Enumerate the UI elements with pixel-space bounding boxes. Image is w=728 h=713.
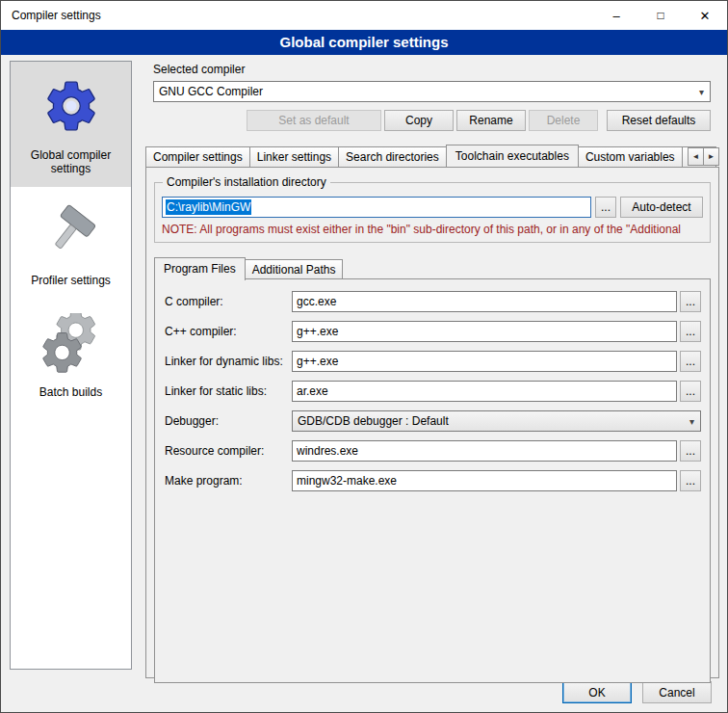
chevron-down-icon: ▾ <box>684 416 700 427</box>
make-program-input[interactable] <box>292 470 677 491</box>
selected-compiler-label: Selected compiler <box>153 63 719 76</box>
window-title: Compiler settings <box>1 9 101 22</box>
form-row-linker-dynamic: Linker for dynamic libs: ... <box>165 351 701 372</box>
c-compiler-label: C compiler: <box>165 295 292 308</box>
maximize-button[interactable]: □ <box>638 1 683 30</box>
tab-scroll-left-button[interactable]: ◄ <box>688 147 704 166</box>
close-button[interactable]: ✕ <box>683 1 727 30</box>
rename-button[interactable]: Rename <box>456 110 526 131</box>
debugger-value: GDB/CDB debugger : Default <box>298 414 449 428</box>
resource-compiler-browse-button[interactable]: ... <box>680 440 701 462</box>
form-row-make-program: Make program: ... <box>165 470 701 491</box>
delete-button[interactable]: Delete <box>529 110 598 131</box>
settings-tabstrip: Compiler settings Linker settings Search… <box>145 145 719 167</box>
hammer-gray-icon <box>14 197 127 266</box>
linker-static-input[interactable] <box>292 381 677 402</box>
tab-scroll-left-icon: ◄ <box>692 152 700 161</box>
minimize-icon: – <box>612 9 619 23</box>
compiler-action-buttons: Set as default Copy Rename Delete Reset … <box>153 110 711 131</box>
minimize-button[interactable]: – <box>594 1 638 30</box>
gear-blue-icon <box>14 71 127 141</box>
sidebar-item-batch-builds[interactable]: Batch builds <box>11 299 131 410</box>
sidebar-item-profiler-settings[interactable]: Profiler settings <box>11 187 131 299</box>
subtab-additional-paths[interactable]: Additional Paths <box>245 259 344 279</box>
cancel-button[interactable]: Cancel <box>642 681 712 703</box>
sidebar-item-label: Profiler settings <box>14 274 127 287</box>
tab-scroll-right-icon: ► <box>708 152 715 161</box>
selected-compiler-value: GNU GCC Compiler <box>159 85 263 98</box>
copy-button[interactable]: Copy <box>384 110 454 131</box>
tab-scroll-right-button[interactable]: ► <box>703 147 719 166</box>
make-program-label: Make program: <box>165 474 292 488</box>
cpp-compiler-label: C++ compiler: <box>165 325 292 338</box>
resource-compiler-input[interactable] <box>292 440 677 462</box>
linker-static-label: Linker for static libs: <box>165 384 292 398</box>
tab-compiler-settings[interactable]: Compiler settings <box>145 146 250 167</box>
installation-directory-browse-button[interactable]: ... <box>595 197 616 218</box>
bin-subdirectory-note: NOTE: All programs must exist either in … <box>162 223 703 236</box>
chevron-down-icon: ▾ <box>693 87 710 97</box>
linker-dynamic-browse-button[interactable]: ... <box>680 351 701 372</box>
maximize-icon: □ <box>657 9 663 22</box>
tabs-scroll-area: Compiler settings Linker settings Search… <box>145 145 719 167</box>
form-row-c-compiler: C compiler: ... <box>165 291 701 312</box>
compiler-settings-window: Compiler settings – □ ✕ Global compiler … <box>0 0 728 713</box>
ok-button[interactable]: OK <box>562 681 632 703</box>
tab-linker-settings[interactable]: Linker settings <box>249 146 339 167</box>
installation-directory-row: C:\raylib\MinGW ... Auto-detect <box>162 197 703 218</box>
resource-compiler-label: Resource compiler: <box>165 444 292 458</box>
installation-directory-group-title: Compiler's installation directory <box>163 175 330 189</box>
debugger-combobox[interactable]: GDB/CDB debugger : Default ▾ <box>292 410 701 432</box>
installation-directory-selected-text: C:\raylib\MinGW <box>166 199 251 215</box>
debugger-label: Debugger: <box>165 414 292 428</box>
installation-directory-input[interactable]: C:\raylib\MinGW <box>162 197 591 218</box>
form-row-resource-compiler: Resource compiler: ... <box>165 440 701 462</box>
linker-dynamic-input[interactable] <box>292 351 677 372</box>
tab-toolchain-executables[interactable]: Toolchain executables <box>446 145 579 167</box>
form-row-cpp-compiler: C++ compiler: ... <box>165 321 701 342</box>
subtab-program-files[interactable]: Program Files <box>154 257 246 280</box>
auto-detect-button[interactable]: Auto-detect <box>620 197 703 218</box>
selected-compiler-combobox[interactable]: GNU GCC Compiler ▾ <box>153 81 711 102</box>
window-controls: – □ ✕ <box>594 1 727 30</box>
settings-category-sidebar: Global compiler settings Profiler settin… <box>10 61 132 670</box>
c-compiler-browse-button[interactable]: ... <box>680 291 701 312</box>
program-files-panel: C compiler: ... C++ compiler: ... Linker… <box>154 278 711 683</box>
sidebar-item-global-compiler-settings[interactable]: Global compiler settings <box>11 62 131 187</box>
c-compiler-input[interactable] <box>292 291 677 312</box>
linker-static-browse-button[interactable]: ... <box>680 381 701 402</box>
titlebar: Compiler settings – □ ✕ <box>1 1 727 30</box>
program-files-tabstrip: Program Files Additional Paths <box>154 257 711 279</box>
set-as-default-button[interactable]: Set as default <box>247 110 381 131</box>
reset-defaults-button[interactable]: Reset defaults <box>607 110 711 131</box>
dialog-content: Global compiler settings Profiler settin… <box>1 55 727 712</box>
form-row-linker-static: Linker for static libs: ... <box>165 381 701 402</box>
make-program-browse-button[interactable]: ... <box>680 470 701 491</box>
form-row-debugger: Debugger: GDB/CDB debugger : Default ▾ <box>165 410 701 432</box>
main-panel: Selected compiler GNU GCC Compiler ▾ Set… <box>142 61 719 678</box>
linker-dynamic-label: Linker for dynamic libs: <box>165 355 292 368</box>
installation-directory-groupbox: Compiler's installation directory C:\ray… <box>154 182 711 243</box>
dialog-header: Global compiler settings <box>1 30 727 55</box>
tab-custom-variables[interactable]: Custom variables <box>578 146 683 167</box>
cpp-compiler-browse-button[interactable]: ... <box>680 321 701 342</box>
cpp-compiler-input[interactable] <box>292 321 677 342</box>
sidebar-item-label: Global compiler settings <box>14 148 127 175</box>
tab-scroll-buttons: ◄ ► <box>689 147 719 166</box>
sidebar-item-label: Batch builds <box>14 385 127 399</box>
tab-search-directories[interactable]: Search directories <box>338 146 447 167</box>
close-icon: ✕ <box>700 9 711 23</box>
dialog-footer-buttons: OK Cancel <box>562 681 712 703</box>
gears-gray-icon <box>14 308 127 378</box>
toolchain-executables-panel: Compiler's installation directory C:\ray… <box>145 167 719 678</box>
